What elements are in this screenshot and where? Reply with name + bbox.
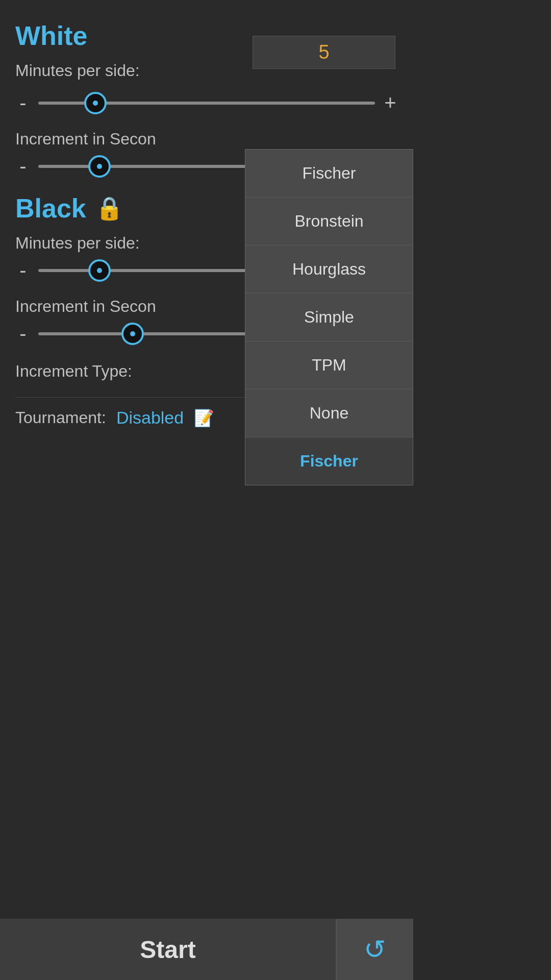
- black-minutes-thumb-inner: [97, 268, 102, 273]
- edit-icon[interactable]: 📝: [194, 408, 214, 428]
- white-minutes-track[interactable]: [38, 102, 375, 105]
- reset-icon: ↺: [364, 934, 386, 965]
- lock-icon: 🔒: [95, 195, 123, 222]
- white-minutes-slider-row: - +: [15, 91, 398, 114]
- start-button[interactable]: Start: [0, 919, 337, 980]
- white-increment-field: Increment in Secon: [15, 130, 398, 149]
- tournament-label: Tournament:: [15, 408, 106, 427]
- white-minutes-value: 5: [253, 36, 395, 69]
- dropdown-item-tpm[interactable]: TPM: [245, 341, 413, 389]
- black-minutes-thumb[interactable]: [88, 259, 111, 282]
- white-minutes-thumb[interactable]: [84, 92, 107, 114]
- white-increment-thumb-inner: [97, 164, 102, 169]
- black-increment-thumb-inner: [130, 331, 135, 336]
- reset-button[interactable]: ↺: [337, 919, 413, 980]
- dropdown-item-none[interactable]: None: [245, 389, 413, 437]
- white-minutes-thumb-inner: [93, 101, 98, 106]
- increment-type-label: Increment Type:: [15, 362, 132, 381]
- white-increment-label: Increment in Secon: [15, 130, 398, 149]
- white-increment-thumb[interactable]: [88, 155, 111, 178]
- dropdown-item-fischer[interactable]: Fischer: [245, 150, 413, 198]
- increment-type-dropdown[interactable]: Fischer Bronstein Hourglass Simple TPM N…: [245, 149, 413, 485]
- white-minutes-minus[interactable]: -: [15, 91, 31, 114]
- dropdown-item-bronstein[interactable]: Bronstein: [245, 198, 413, 246]
- white-section: White 5 Minutes per side:: [15, 20, 398, 85]
- bottom-bar: Start ↺: [0, 919, 413, 980]
- black-increment-thumb[interactable]: [121, 323, 144, 345]
- white-minutes-plus[interactable]: +: [383, 91, 398, 114]
- black-minutes-minus[interactable]: -: [15, 259, 31, 282]
- dropdown-item-fischer-selected[interactable]: Fischer: [245, 437, 413, 485]
- dropdown-item-hourglass[interactable]: Hourglass: [245, 246, 413, 293]
- black-increment-minus[interactable]: -: [15, 322, 31, 345]
- dropdown-item-simple[interactable]: Simple: [245, 293, 413, 341]
- white-increment-minus[interactable]: -: [15, 155, 31, 178]
- tournament-value[interactable]: Disabled: [116, 408, 184, 428]
